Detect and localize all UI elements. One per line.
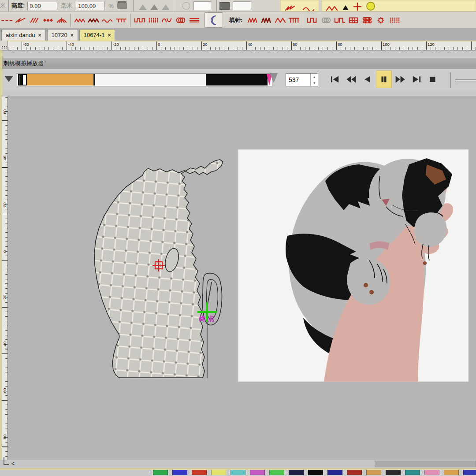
stitch-progress-bar[interactable] [17,73,272,86]
square-wave-icon[interactable] [133,13,146,27]
red-scribble-icon[interactable] [326,5,338,11]
light-swatch[interactable] [233,1,251,10]
tab-label: 10720 [52,32,67,38]
fan-icon[interactable] [55,13,68,27]
zigzag-slant-icon[interactable] [14,13,27,27]
thread-color-swatch[interactable] [366,470,381,475]
simulator-panel-title: 刺绣模拟播放器 [0,58,476,69]
scroll-left-icon[interactable]: < [11,461,15,467]
stitch-toolbar: 填针: [0,12,476,29]
progress-segment-black [206,74,268,86]
moon-icon[interactable] [205,12,223,28]
ruler-label: -40 [2,338,7,351]
speed-slider[interactable] [455,79,476,82]
thread-color-swatch[interactable] [153,470,168,475]
fill-zigzag-1-icon[interactable] [246,13,260,27]
comb-icon[interactable] [114,13,128,27]
grid-fill-icon[interactable] [346,13,360,27]
zigzag-small-icon[interactable] [73,13,87,27]
coil-icon[interactable] [174,13,187,27]
mirror-tool-icon[interactable] [162,4,170,10]
white-swatch[interactable] [193,1,211,10]
thread-color-swatch[interactable] [444,470,459,475]
thread-color-swatch[interactable] [327,470,342,475]
thread-color-swatch[interactable] [192,470,207,475]
satin-lines-icon[interactable] [187,13,201,27]
dot-fill-icon[interactable] [146,13,160,27]
close-icon[interactable]: × [38,32,41,38]
fill-square-wave-icon[interactable] [305,13,319,27]
stop-button[interactable] [425,71,441,88]
ruler-label: 40 [248,42,253,47]
thread-color-palette [0,470,476,476]
coil-gray-icon[interactable] [319,13,333,27]
ruler-origin-button[interactable] [0,41,8,50]
stitch-number-input[interactable] [286,74,310,86]
thread-color-swatch[interactable] [211,470,226,475]
thread-color-swatch[interactable] [424,470,439,475]
scrollbar-thumb[interactable] [375,460,476,467]
ruler-label: -20 [2,291,7,305]
pause-button[interactable] [376,71,392,88]
ruler-label: 20 [2,198,7,212]
horizontal-scrollbar[interactable]: < [0,460,476,468]
skip-end-button[interactable] [409,71,424,88]
yellow-circle-icon[interactable] [366,2,375,11]
zigzag-bold-icon[interactable] [87,13,100,27]
skip-start-button[interactable] [327,71,343,88]
thread-color-swatch[interactable] [463,470,476,475]
reshape-tool-icon[interactable] [150,4,158,10]
u-wave-icon[interactable] [333,13,346,27]
fill-zigzag-2-icon[interactable] [260,13,273,27]
hatch-fill-icon[interactable] [387,13,401,27]
wave-icon[interactable] [100,13,114,27]
step-back-button[interactable] [360,71,376,88]
spin-up-icon[interactable]: ▲ [311,74,318,80]
black-triangle-icon[interactable] [342,5,349,10]
mm-unit-label: 毫米 [61,2,72,10]
color-change-tick [93,74,95,86]
thread-color-swatch[interactable] [347,470,362,475]
thread-color-swatch[interactable] [269,470,284,475]
tab-10674-1[interactable]: 10674-1 × [79,29,115,41]
position-pointer-icon[interactable] [270,73,278,83]
double-oval-icon[interactable] [360,13,374,27]
thread-color-swatch[interactable] [386,470,401,475]
design-canvas[interactable]: 终点 [8,97,476,460]
red-scribble-icon[interactable] [284,5,298,11]
thread-color-swatch[interactable] [405,470,420,475]
progress-handle[interactable] [18,74,27,86]
rosette-icon[interactable] [374,13,387,27]
tab-10720[interactable]: 10720 × [47,29,78,41]
red-scribble-icon[interactable] [302,5,315,11]
fast-forward-button[interactable] [392,71,408,88]
tab-aixin-dandu[interactable]: aixin dandu × [1,29,46,41]
close-icon[interactable]: × [71,32,74,38]
stitch-number-spinbox[interactable]: ▲▼ [286,73,318,86]
scale-input[interactable] [76,2,105,10]
fill-chevron-icon[interactable] [273,13,287,27]
apply-icon[interactable] [117,3,127,9]
thread-color-swatch[interactable] [172,470,187,475]
curve-pair-icon[interactable] [160,13,174,27]
thread-color-swatch[interactable] [250,470,265,475]
node-tool-icon[interactable] [139,4,147,10]
dropdown-triangle-icon[interactable] [4,76,13,82]
spin-down-icon[interactable]: ▼ [311,80,318,86]
fill-comb-icon[interactable] [287,13,301,27]
bead-icon[interactable] [41,13,55,27]
ruler-label: 60 [293,42,298,47]
thread-color-swatch[interactable] [231,470,245,475]
end-point-label: 终点 [199,315,217,323]
hatch-icon[interactable] [27,13,41,27]
rewind-button[interactable] [343,71,359,88]
red-cross-icon[interactable] [353,2,362,11]
height-input[interactable] [27,2,57,10]
thread-color-swatch[interactable] [308,470,323,475]
run-stitch-icon[interactable] [0,13,14,27]
divider [8,0,9,11]
close-icon[interactable]: × [108,32,111,38]
thread-color-swatch[interactable] [289,470,304,475]
select-color-icon[interactable] [182,2,190,10]
dark-swatch[interactable] [219,2,230,10]
